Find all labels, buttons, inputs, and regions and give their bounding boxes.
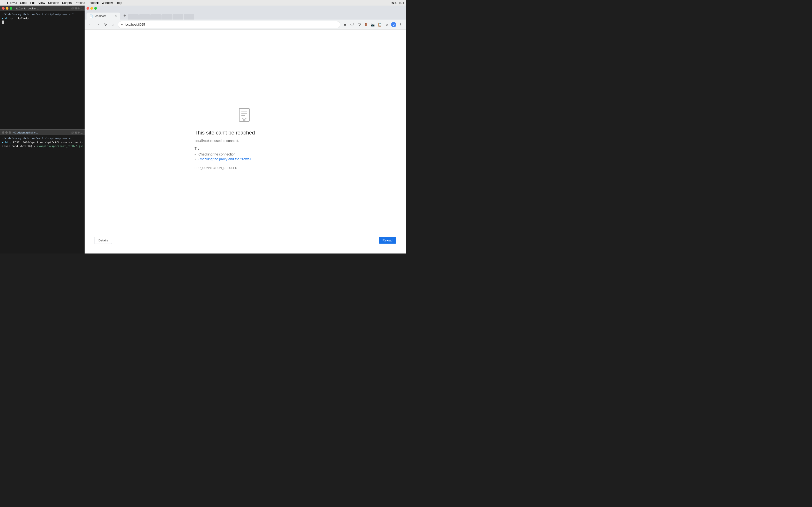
- terminal-cursor-line: [2, 20, 83, 24]
- terminal-prompt-bottom: ►: [2, 141, 5, 144]
- menu-bar-items: Shell Edit View Session Scripts Profiles…: [20, 1, 122, 5]
- browser-back-button[interactable]: ←: [87, 21, 93, 28]
- terminal-title-text: http2smtp: docker-c...: [15, 7, 40, 10]
- terminal-title-bar-top: http2smtp: docker-c... &#8984;1: [0, 6, 85, 11]
- menu-bar:  iTerm2 Shell Edit View Session Scripts…: [0, 0, 406, 6]
- terminal-traffic-lights: [2, 7, 12, 10]
- browser-toolbar-right: ★ ⓘ 🛡 🚪 📷 📋 ▧ U ⋮: [342, 21, 404, 28]
- extra-tab-6: [184, 14, 194, 19]
- terminal-branch-bottom: master*: [63, 137, 74, 140]
- menu-edit[interactable]: Edit: [30, 1, 35, 5]
- terminal-minimize-button[interactable]: [6, 7, 8, 10]
- terminal-dot-1: [2, 131, 4, 134]
- browser-new-tab-button[interactable]: +: [121, 12, 128, 19]
- browser-tabs: 📄 localhost ✕ +: [85, 11, 406, 19]
- terminal-bottom-command-line2: enssl rand -hex 16) < examples/sparkpost…: [2, 145, 83, 148]
- error-proxy-link[interactable]: Checking the proxy and the firewall: [198, 157, 251, 161]
- app-name: iTerm2: [7, 1, 17, 5]
- error-suggestion-2[interactable]: Checking the proxy and the firewall: [195, 157, 296, 162]
- browser-close-button[interactable]: [87, 7, 89, 10]
- menu-battery: 36%: [391, 1, 397, 5]
- error-try-label: Try:: [195, 147, 296, 151]
- terminal-bottom-path-line: ~/Code/src/github.com/eexit/http2smtp ma…: [2, 137, 83, 140]
- svg-rect-0: [239, 108, 249, 121]
- error-page-icon: [238, 108, 253, 125]
- menu-view[interactable]: View: [38, 1, 45, 5]
- menu-window[interactable]: Window: [102, 1, 113, 5]
- browser-bookmark-button[interactable]: ★: [342, 21, 348, 28]
- browser-extensions-button[interactable]: ▧: [384, 21, 390, 28]
- browser-tab-active[interactable]: 📄 localhost ✕: [87, 12, 120, 19]
- browser-forward-button[interactable]: →: [95, 21, 101, 28]
- browser-home-button[interactable]: ⌂: [110, 21, 116, 28]
- browser-menu-button[interactable]: ⋮: [397, 21, 404, 28]
- browser-traffic-lights: [87, 7, 97, 10]
- menu-profiles[interactable]: Profiles: [74, 1, 85, 5]
- terminal-path-bottom: ~/Code/src/github.com/eexit/http2smtp: [2, 137, 61, 140]
- terminal-pane-bottom[interactable]: ~/Code/src/github.com/eexit/http2smtp ma…: [0, 135, 85, 253]
- address-url: localhost:8025: [125, 23, 337, 26]
- terminal-shortcut-bottom: &#8984;1: [71, 131, 83, 134]
- browser-title-bar: [85, 6, 406, 11]
- browser-shield-button[interactable]: 🛡: [356, 21, 362, 28]
- apple-menu[interactable]: : [2, 1, 3, 5]
- extra-tab-4: [161, 14, 172, 19]
- browser-maximize-button[interactable]: [94, 7, 97, 10]
- browser-error-page: This site can't be reached localhost ref…: [85, 30, 406, 253]
- extra-tab-1: [128, 14, 139, 19]
- error-details-button[interactable]: Details: [94, 237, 112, 244]
- browser-toolbar: ← → ↻ ⌂ ● localhost:8025 ★ ⓘ 🛡 🚪 📷 📋 ▧ U…: [85, 19, 406, 30]
- extension-icon-1[interactable]: 🚪: [363, 22, 368, 27]
- error-suggestions-list: Checking the connection Checking the pro…: [195, 152, 296, 162]
- extra-tab-2: [139, 14, 150, 19]
- browser-minimize-button[interactable]: [90, 7, 93, 10]
- terminal-prompt-top: ►: [2, 17, 5, 20]
- terminal-cmd-http: http: [5, 141, 11, 144]
- browser-camera-button[interactable]: 📷: [369, 21, 375, 28]
- error-host: localhost: [195, 139, 209, 143]
- menu-toolbelt[interactable]: Toolbelt: [88, 1, 99, 5]
- terminal-shortcut: &#8984;1: [71, 7, 83, 10]
- browser-tab-favicon: 📄: [89, 14, 93, 18]
- error-content: This site can't be reached localhost ref…: [195, 130, 296, 175]
- menu-scripts[interactable]: Scripts: [62, 1, 72, 5]
- terminal-dot-2: [5, 131, 8, 134]
- terminal-window: http2smtp: docker-c... &#8984;1 ~/Code/s…: [0, 6, 85, 253]
- browser-tab-close[interactable]: ✕: [114, 14, 117, 18]
- menu-help[interactable]: Help: [116, 1, 122, 5]
- browser-user-avatar[interactable]: U: [391, 22, 396, 27]
- terminal-path-bottom-bar: ~/Code/src/github.c...: [12, 131, 38, 134]
- error-reload-button[interactable]: Reload: [379, 237, 396, 243]
- terminal-bottom-dots: [2, 131, 11, 134]
- browser-reload-button[interactable]: ↻: [102, 21, 109, 28]
- terminal-cmd-text: up http2smtp: [10, 17, 29, 20]
- terminal-cmd-post: POST :8080/sparkpost/api/v1/transmission…: [13, 141, 83, 144]
- browser-info-button[interactable]: ⓘ: [349, 21, 355, 28]
- error-suggestion-1-text: Checking the connection: [198, 152, 236, 156]
- error-suggestion-1: Checking the connection: [195, 152, 296, 157]
- terminal-cmd-blue: dc: [5, 17, 10, 20]
- menu-clock: 1:24: [399, 1, 404, 5]
- terminal-line-command: ► dc up http2smtp: [2, 16, 83, 20]
- main-content: http2smtp: docker-c... &#8984;1 ~/Code/s…: [0, 6, 406, 253]
- terminal-cmd-openssl: enssl rand -hex 16) <: [2, 145, 37, 148]
- error-title: This site can't be reached: [195, 130, 296, 136]
- terminal-pane-top[interactable]: ~/Code/src/github.com/eexit/http2smtp ma…: [0, 11, 85, 129]
- error-description: localhost refused to connect.: [195, 139, 296, 143]
- browser-window: 📄 localhost ✕ + ← → ↻ ⌂ ● localhost:80: [85, 6, 406, 253]
- browser-copy-button[interactable]: 📋: [376, 21, 383, 28]
- terminal-maximize-button[interactable]: [10, 7, 12, 10]
- extra-tabs-area: [128, 14, 404, 19]
- extra-tab-3: [150, 14, 161, 19]
- extra-tab-5: [172, 14, 183, 19]
- address-lock-icon: ●: [121, 23, 123, 26]
- terminal-bottom-command-line: ► http POST :8080/sparkpost/api/v1/trans…: [2, 140, 83, 145]
- address-bar[interactable]: ● localhost:8025: [118, 21, 340, 28]
- menu-shell[interactable]: Shell: [20, 1, 27, 5]
- terminal-close-button[interactable]: [2, 7, 5, 10]
- menu-session[interactable]: Session: [48, 1, 59, 5]
- terminal-dot-3: [9, 131, 11, 134]
- terminal-cmd-file: examples/sparkpost_rfc822.json: [37, 145, 83, 148]
- terminal-path-top: ~/Code/src/github.com/eexit/http2smtp: [2, 13, 61, 16]
- terminal-pane-bottom-bar: ~/Code/src/github.c... &#8984;1: [0, 130, 85, 135]
